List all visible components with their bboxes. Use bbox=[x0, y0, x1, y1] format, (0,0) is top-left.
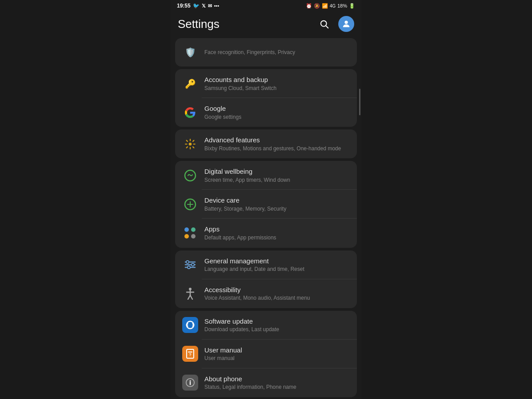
device-care-text: Device care Battery, Storage, Memory, Se… bbox=[204, 196, 350, 212]
general-text: General management Language and input, D… bbox=[204, 257, 350, 273]
accessibility-title: Accessibility bbox=[204, 286, 350, 294]
google-item[interactable]: Google Google settings bbox=[175, 98, 357, 127]
svg-point-9 bbox=[186, 261, 189, 263]
dot-2 bbox=[191, 227, 196, 232]
group-update: Software update Download updates, Last u… bbox=[175, 311, 357, 397]
battery-text: 18% bbox=[337, 3, 347, 8]
wellbeing-icon bbox=[182, 168, 198, 184]
device-care-subtitle: Battery, Storage, Memory, Security bbox=[204, 206, 350, 213]
group-wellbeing: Digital wellbeing Screen time, App timer… bbox=[175, 161, 357, 247]
time: 19:55 bbox=[177, 3, 191, 9]
phone-frame: 19:55 🐦 𝕏 ✉ ••• ⏰ 🔕 📶 4G 18% 🔋 Settings bbox=[171, 0, 361, 399]
advanced-text: Advanced features Bixby Routines, Motion… bbox=[204, 136, 350, 152]
dot-4 bbox=[191, 234, 196, 239]
svg-line-15 bbox=[188, 295, 190, 299]
page-title: Settings bbox=[178, 17, 219, 31]
mail-icon: ✉ bbox=[208, 3, 212, 9]
header-icons bbox=[316, 16, 354, 32]
apps-icon bbox=[182, 225, 198, 241]
wellbeing-title: Digital wellbeing bbox=[204, 167, 350, 176]
notif-icon: 𝕏 bbox=[202, 3, 206, 9]
about-phone-icon bbox=[182, 375, 198, 391]
google-text: Google Google settings bbox=[204, 104, 350, 121]
status-left: 19:55 🐦 𝕏 ✉ ••• bbox=[177, 3, 219, 9]
accessibility-subtitle: Voice Assistant, Mono audio, Assistant m… bbox=[204, 295, 350, 302]
status-right: ⏰ 🔕 📶 4G 18% 🔋 bbox=[306, 3, 355, 9]
about-phone-text: About phone Status, Legal information, P… bbox=[204, 375, 350, 391]
dot-3 bbox=[184, 234, 189, 239]
software-update-icon bbox=[182, 317, 198, 333]
about-phone-subtitle: Status, Legal information, Phone name bbox=[204, 384, 350, 391]
apps-subtitle: Default apps, App permissions bbox=[204, 235, 350, 242]
software-subtitle: Download updates, Last update bbox=[204, 326, 350, 333]
search-button[interactable] bbox=[316, 16, 332, 32]
group-general: General management Language and input, D… bbox=[175, 250, 357, 308]
wellbeing-subtitle: Screen time, App timers, Wind down bbox=[204, 177, 350, 184]
signal-icon: 4G bbox=[330, 4, 336, 8]
accessibility-item[interactable]: Accessibility Voice Assistant, Mono audi… bbox=[175, 279, 357, 308]
user-manual-text: User manual User manual bbox=[204, 346, 350, 362]
svg-line-1 bbox=[326, 26, 328, 28]
software-text: Software update Download updates, Last u… bbox=[204, 317, 350, 333]
apps-title: Apps bbox=[204, 225, 350, 234]
accounts-backup-item[interactable]: 🔑 Accounts and backup Samsung Cloud, Sma… bbox=[175, 69, 357, 98]
device-care-title: Device care bbox=[204, 196, 350, 205]
wellbeing-text: Digital wellbeing Screen time, App timer… bbox=[204, 167, 350, 184]
general-subtitle: Language and input, Date and time, Reset bbox=[204, 266, 350, 273]
svg-text:?: ? bbox=[189, 352, 192, 357]
svg-point-11 bbox=[188, 266, 190, 269]
about-phone-title: About phone bbox=[204, 375, 350, 383]
silent-icon: 🔕 bbox=[314, 3, 320, 9]
general-icon bbox=[182, 257, 198, 273]
svg-line-16 bbox=[190, 295, 192, 299]
general-title: General management bbox=[204, 257, 350, 266]
more-icon: ••• bbox=[214, 3, 219, 8]
digital-wellbeing-item[interactable]: Digital wellbeing Screen time, App timer… bbox=[175, 161, 357, 190]
scrollbar bbox=[359, 89, 360, 115]
svg-point-3 bbox=[189, 142, 192, 145]
google-title: Google bbox=[204, 104, 350, 113]
advanced-icon bbox=[182, 136, 198, 152]
user-avatar[interactable] bbox=[338, 16, 354, 32]
group-accounts: 🔑 Accounts and backup Samsung Cloud, Sma… bbox=[175, 69, 357, 127]
accounts-text: Accounts and backup Samsung Cloud, Smart… bbox=[204, 75, 350, 92]
advanced-features-item[interactable]: Advanced features Bixby Routines, Motion… bbox=[175, 129, 357, 158]
user-manual-subtitle: User manual bbox=[204, 355, 350, 362]
svg-point-2 bbox=[344, 21, 348, 24]
wifi-icon: 📶 bbox=[322, 3, 328, 9]
user-manual-title: User manual bbox=[204, 346, 350, 355]
svg-point-10 bbox=[192, 263, 194, 266]
software-title: Software update bbox=[204, 317, 350, 326]
biometrics-icon-wrap: 🛡️ bbox=[182, 44, 198, 60]
google-icon bbox=[182, 105, 198, 121]
biometrics-subtitle: Face recognition, Fingerprints, Privacy bbox=[204, 49, 350, 56]
accessibility-icon bbox=[182, 286, 198, 301]
google-subtitle: Google settings bbox=[204, 114, 350, 121]
twitter-icon: 🐦 bbox=[193, 3, 200, 9]
software-update-item[interactable]: Software update Download updates, Last u… bbox=[175, 311, 357, 340]
key-icon: 🔑 bbox=[182, 76, 198, 92]
biometrics-text: Face recognition, Fingerprints, Privacy bbox=[204, 48, 350, 56]
battery-icon: 🔋 bbox=[349, 3, 355, 9]
status-bar: 19:55 🐦 𝕏 ✉ ••• ⏰ 🔕 📶 4G 18% 🔋 bbox=[171, 0, 361, 12]
user-manual-item[interactable]: ? User manual User manual bbox=[175, 340, 357, 368]
biometrics-item[interactable]: 🛡️ Face recognition, Fingerprints, Priva… bbox=[175, 38, 357, 66]
advanced-title: Advanced features bbox=[204, 136, 350, 145]
group-advanced: Advanced features Bixby Routines, Motion… bbox=[175, 129, 357, 158]
apps-dots bbox=[184, 227, 196, 239]
apps-text: Apps Default apps, App permissions bbox=[204, 225, 350, 241]
group-top-partial: 🛡️ Face recognition, Fingerprints, Priva… bbox=[175, 38, 357, 66]
header: Settings bbox=[171, 12, 361, 38]
scroll-area[interactable]: 🛡️ Face recognition, Fingerprints, Priva… bbox=[171, 38, 361, 399]
device-care-icon bbox=[182, 196, 198, 212]
dot-1 bbox=[184, 227, 189, 232]
apps-item[interactable]: Apps Default apps, App permissions bbox=[175, 219, 357, 247]
device-care-item[interactable]: Device care Battery, Storage, Memory, Se… bbox=[175, 190, 357, 219]
advanced-subtitle: Bixby Routines, Motions and gestures, On… bbox=[204, 145, 350, 153]
accessibility-text: Accessibility Voice Assistant, Mono audi… bbox=[204, 286, 350, 302]
accounts-title: Accounts and backup bbox=[204, 75, 350, 84]
alarm-icon: ⏰ bbox=[306, 3, 312, 9]
general-management-item[interactable]: General management Language and input, D… bbox=[175, 250, 357, 279]
about-phone-item[interactable]: About phone Status, Legal information, P… bbox=[175, 368, 357, 397]
accounts-subtitle: Samsung Cloud, Smart Switch bbox=[204, 85, 350, 92]
